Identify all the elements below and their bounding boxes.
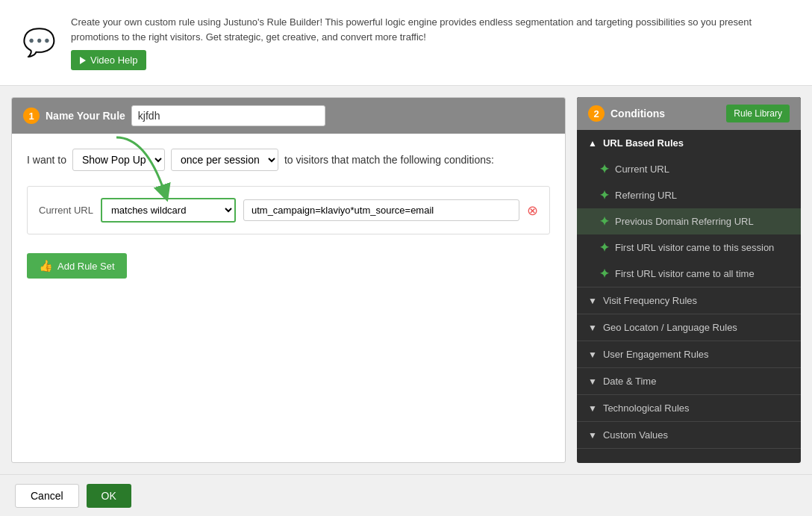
geo-location-rules[interactable]: ▼ Geo Locaton / Language Rules	[577, 314, 801, 341]
plus-icon: ✦	[599, 188, 609, 202]
rule-item-first-url-all-time[interactable]: ✦ First URL visitor came to all time	[577, 261, 801, 287]
url-based-rules-category: ▲ URL Based Rules ✦ Current URL ✦ Referr…	[577, 130, 801, 287]
chevron-down-icon: ▼	[588, 430, 597, 441]
plus-icon: ✦	[599, 267, 609, 281]
plus-icon: ✦	[599, 214, 609, 229]
step-1-badge: 1	[23, 108, 40, 124]
condition-value-input[interactable]	[243, 199, 519, 221]
right-panel-header: 2 Conditions Rule Library	[577, 97, 801, 130]
banner-text: Create your own custom rule using Justun…	[71, 15, 790, 70]
visit-frequency-rules[interactable]: ▼ Visit Frequency Rules	[577, 287, 801, 314]
chevron-down-icon: ▼	[588, 376, 597, 387]
top-banner: 💬 Create your own custom rule using Just…	[0, 0, 812, 86]
name-your-rule-label: Name Your Rule	[46, 110, 125, 122]
rule-library-button[interactable]: Rule Library	[726, 105, 790, 122]
add-rule-set-button[interactable]: 👍 Add Rule Set	[27, 253, 127, 279]
date-time-rules[interactable]: ▼ Date & Time	[577, 368, 801, 395]
condition-row: Current URL matches wildcard equals cont…	[27, 186, 550, 234]
action-select[interactable]: Show Pop Up Hide Pop Up	[72, 149, 165, 171]
rule-item-referring-url[interactable]: ✦ Referring URL	[577, 182, 801, 208]
left-panel: 1 Name Your Rule I want to Show Pop Up H…	[11, 97, 566, 463]
video-help-button[interactable]: Video Help	[71, 50, 146, 70]
chevron-down-icon: ▼	[588, 403, 597, 414]
custom-values-rules[interactable]: ▼ Custom Values	[577, 422, 801, 449]
rule-item-first-url-session[interactable]: ✦ First URL visitor came to this session	[577, 234, 801, 261]
thumbs-up-icon: 👍	[39, 259, 53, 273]
frequency-select[interactable]: once per session always once per visitor	[171, 149, 278, 171]
conditions-title-group: 2 Conditions	[588, 105, 665, 122]
footer: Cancel OK	[0, 474, 812, 516]
conditions-title: Conditions	[610, 108, 665, 119]
url-based-rules-header[interactable]: ▲ URL Based Rules	[577, 130, 801, 156]
chat-icon: 💬	[22, 27, 56, 58]
to-visitors-label: to visitors that match the following con…	[284, 154, 494, 166]
rule-name-input[interactable]	[131, 105, 325, 126]
chevron-down-icon: ▼	[588, 323, 597, 333]
cancel-button[interactable]: Cancel	[15, 484, 79, 508]
i-want-to-label: I want to	[27, 154, 66, 166]
plus-icon: ✦	[599, 162, 609, 176]
user-engagement-rules[interactable]: ▼ User Engagement Rules	[577, 341, 801, 368]
plus-icon: ✦	[599, 240, 609, 255]
chevron-down-icon: ▼	[588, 349, 597, 360]
left-panel-header: 1 Name Your Rule	[12, 98, 565, 134]
rule-item-previous-domain-referring-url[interactable]: ✦ Previous Domain Referring URL	[577, 208, 801, 234]
technological-rules[interactable]: ▼ Technological Rules	[577, 395, 801, 422]
chevron-up-icon: ▲	[588, 138, 597, 149]
rule-sentence: I want to Show Pop Up Hide Pop Up once p…	[27, 149, 550, 171]
main-area: 1 Name Your Rule I want to Show Pop Up H…	[0, 86, 812, 474]
condition-operator-select[interactable]: matches wildcard equals contains does no…	[101, 198, 236, 223]
rule-item-current-url[interactable]: ✦ Current URL	[577, 156, 801, 182]
ok-button[interactable]: OK	[87, 484, 131, 508]
chevron-down-icon: ▼	[588, 296, 597, 306]
rule-body: I want to Show Pop Up Hide Pop Up once p…	[12, 134, 565, 301]
remove-condition-button[interactable]: ⊗	[527, 204, 538, 217]
condition-label: Current URL	[39, 205, 93, 216]
step-2-badge: 2	[588, 105, 605, 122]
right-panel: 2 Conditions Rule Library ▲ URL Based Ru…	[577, 97, 801, 463]
play-icon	[80, 57, 86, 64]
